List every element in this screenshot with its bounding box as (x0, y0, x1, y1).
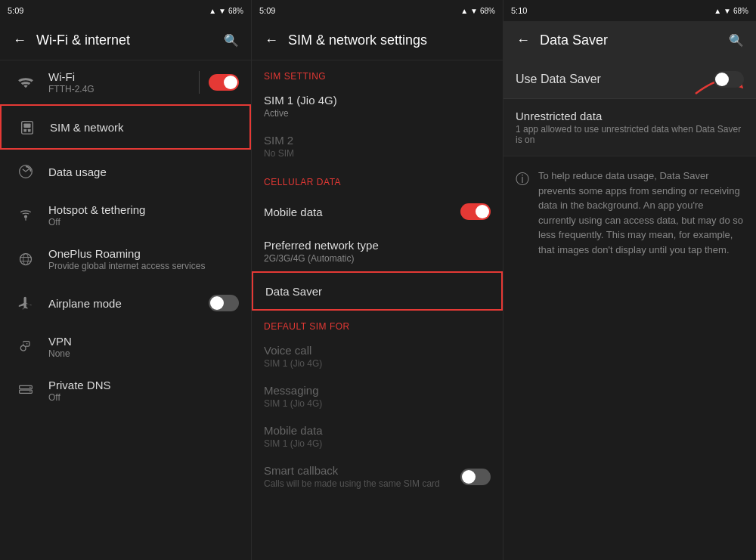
mobile-data-toggle[interactable] (460, 203, 491, 220)
setting-data-saver[interactable]: Data Saver (252, 271, 503, 311)
svg-rect-2 (23, 129, 26, 132)
vpn-icon (12, 333, 39, 360)
menu-item-wifi[interactable]: Wi-Fi FTTH-2.4G (0, 60, 251, 104)
divider-wifi (199, 71, 200, 94)
section-header-cellular: CELLULAR DATA (252, 166, 503, 192)
panel2-title: SIM & network settings (288, 32, 494, 48)
info-text: To help reduce data usage, Data Saver pr… (538, 169, 744, 257)
back-button-2[interactable]: ← (261, 30, 282, 51)
signal-icon-1: ▲ (209, 7, 216, 15)
menu-item-sim[interactable]: SIM & network (0, 104, 251, 150)
panel-sim-settings: 5:09 ▲ ▼ 68% ← SIM & network settings SI… (252, 0, 503, 560)
use-data-saver-label: Use Data Saver (516, 73, 601, 86)
setting-sim1[interactable]: SIM 1 (Jio 4G) Active (252, 86, 503, 126)
menu-item-dns[interactable]: Private DNS Off (0, 369, 251, 413)
setting-smart-callback[interactable]: Smart callback Calls will be made using … (252, 456, 503, 497)
dns-text: Private DNS Off (48, 379, 239, 403)
wifi-title: Wi-Fi (48, 70, 190, 83)
data-saver-knob (715, 73, 729, 86)
search-button-3[interactable]: 🔍 (726, 30, 747, 51)
battery-1: 68% (228, 7, 243, 15)
mobile-data-default-title: Mobile data (264, 424, 491, 437)
mobile-data-title: Mobile data (264, 206, 323, 218)
hotspot-title: Hotspot & tethering (48, 203, 239, 216)
mobile-data-knob (476, 205, 489, 218)
data-saver-info: ⓘ To help reduce data usage, Data Saver … (503, 156, 756, 269)
smart-callback-row: Smart callback Calls will be made using … (264, 464, 491, 489)
setting-sim2[interactable]: SIM 2 No SIM (252, 126, 503, 166)
status-bar-2: 5:09 ▲ ▼ 68% (252, 0, 503, 21)
back-button-1[interactable]: ← (9, 30, 30, 51)
top-bar-1: ← Wi-Fi & internet 🔍 (0, 21, 251, 60)
airplane-toggle[interactable] (209, 295, 239, 311)
status-icons-2: ▲ ▼ 68% (460, 7, 495, 15)
roaming-icon (12, 246, 39, 273)
top-bar-2: ← SIM & network settings (252, 21, 503, 60)
setting-network-type[interactable]: Preferred network type 2G/3G/4G (Automat… (252, 231, 503, 271)
smart-callback-toggle[interactable] (460, 469, 491, 485)
sim2-title: SIM 2 (264, 134, 491, 147)
svg-point-7 (20, 254, 32, 265)
svg-point-12 (26, 343, 28, 345)
panel-data-saver: 5:10 ▲ ▼ 68% ← Data Saver 🔍 Use Data Sav… (503, 0, 756, 560)
unrestricted-title: Unrestricted data (516, 110, 744, 122)
data-saver-title: Data Saver (265, 285, 489, 298)
roaming-text: OnePlus Roaming Provide global internet … (48, 247, 239, 271)
status-bar-3: 5:10 ▲ ▼ 68% (503, 0, 756, 21)
panel-wifi-internet: 5:09 ▲ ▼ 68% ← Wi-Fi & internet 🔍 Wi-Fi … (0, 0, 252, 560)
section-header-sim: SIM SETTING (252, 60, 503, 86)
time-2: 5:09 (259, 6, 275, 15)
roaming-title: OnePlus Roaming (48, 247, 239, 260)
roaming-subtitle: Provide global internet access services (48, 261, 239, 271)
search-button-1[interactable]: 🔍 (221, 30, 242, 51)
setting-voice-call[interactable]: Voice call SIM 1 (Jio 4G) (252, 336, 503, 376)
hotspot-subtitle: Off (48, 217, 239, 227)
menu-item-vpn[interactable]: VPN None (0, 325, 251, 369)
dns-icon (12, 377, 39, 404)
battery-3: 68% (733, 7, 748, 15)
dns-subtitle: Off (48, 392, 239, 403)
time-1: 5:09 (8, 6, 23, 15)
unrestricted-subtitle: 1 app allowed to use unrestricted data w… (516, 124, 744, 145)
back-button-3[interactable]: ← (513, 30, 534, 51)
menu-item-roaming[interactable]: OnePlus Roaming Provide global internet … (0, 237, 251, 281)
hotspot-text: Hotspot & tethering Off (48, 203, 239, 227)
mobile-data-row: Mobile data (264, 203, 491, 220)
sim-icon (14, 113, 41, 141)
panel3-title: Data Saver (540, 32, 726, 48)
menu-item-hotspot[interactable]: Hotspot & tethering Off (0, 193, 251, 237)
unrestricted-data-item[interactable]: Unrestricted data 1 app allowed to use u… (503, 99, 756, 156)
data-usage-title: Data usage (48, 166, 239, 178)
svg-point-11 (20, 345, 26, 351)
setting-mobile-data-default[interactable]: Mobile data SIM 1 (Jio 4G) (252, 416, 503, 456)
signal-icon-2: ▲ (460, 7, 468, 15)
use-data-saver-row[interactable]: Use Data Saver (503, 60, 756, 99)
data-saver-toggle[interactable] (714, 71, 744, 88)
airplane-toggle-knob (210, 296, 224, 310)
sim-text: SIM & network (50, 121, 237, 134)
svg-point-15 (29, 387, 31, 388)
wifi-toggle[interactable] (209, 74, 239, 91)
wifi-status-icon-2: ▼ (470, 7, 478, 15)
wifi-status-icon-1: ▼ (218, 7, 226, 15)
menu-item-data-usage[interactable]: Data usage (0, 150, 251, 193)
smart-callback-text: Smart callback Calls will be made using … (264, 464, 460, 489)
wifi-text: Wi-Fi FTTH-2.4G (48, 70, 190, 94)
status-icons-1: ▲ ▼ 68% (209, 7, 243, 15)
signal-icon-3: ▲ (714, 7, 721, 15)
svg-rect-1 (23, 123, 30, 128)
voice-call-title: Voice call (264, 344, 491, 357)
hotspot-icon (12, 202, 39, 229)
section-header-default: DEFAULT SIM FOR (252, 311, 503, 336)
dns-title: Private DNS (48, 379, 239, 391)
network-type-subtitle: 2G/3G/4G (Automatic) (264, 253, 491, 264)
setting-mobile-data[interactable]: Mobile data (252, 192, 503, 231)
sim2-subtitle: No SIM (264, 148, 491, 159)
network-type-title: Preferred network type (264, 239, 491, 252)
menu-item-airplane[interactable]: Airplane mode (0, 281, 251, 325)
setting-messaging[interactable]: Messaging SIM 1 (Jio 4G) (252, 376, 503, 416)
data-usage-icon (12, 158, 39, 185)
airplane-title: Airplane mode (48, 297, 209, 310)
data-usage-text: Data usage (48, 166, 239, 178)
sim1-subtitle: Active (264, 108, 491, 119)
